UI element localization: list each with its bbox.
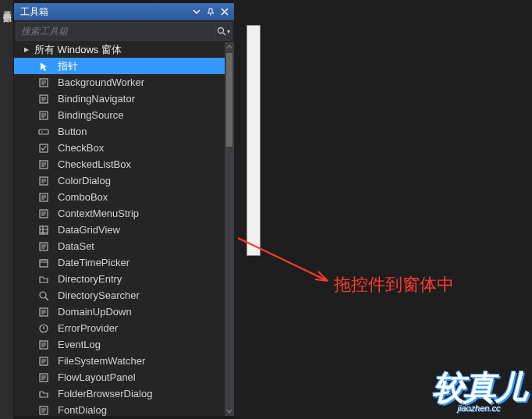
tool-item-fontdialog[interactable]: FontDialog: [14, 402, 225, 416]
tool-item-checkedlistbox[interactable]: CheckedListBox: [14, 156, 225, 172]
tool-item-bindingnavigator[interactable]: BindingNavigator: [14, 91, 225, 107]
gear-icon: [37, 76, 50, 89]
menu-icon: [37, 208, 50, 220]
flow-icon: [37, 371, 50, 384]
svg-rect-12: [40, 260, 48, 267]
folderopen-icon: [37, 388, 50, 400]
tool-item-bindingsource[interactable]: BindingSource: [14, 107, 225, 123]
updown-icon: [37, 306, 50, 318]
tool-item-colordialog[interactable]: ColorDialog: [14, 172, 225, 189]
palette-icon: [37, 175, 50, 187]
tool-label: BackgroundWorker: [58, 76, 144, 88]
watermark: 较真儿 jiaozhen.cc: [432, 366, 526, 413]
designer-surface[interactable]: 拖控件到窗体中 较真儿 jiaozhen.cc: [234, 0, 532, 419]
tool-label: 指针: [58, 59, 78, 73]
calendar-icon: [37, 257, 50, 269]
scroll-up-button[interactable]: [225, 42, 234, 51]
db-icon: [37, 109, 50, 122]
tool-label: DataSet: [58, 240, 94, 252]
tool-label: FlowLayoutPanel: [58, 371, 136, 383]
tool-label: FontDialog: [58, 404, 107, 416]
svg-rect-4: [39, 130, 48, 134]
tool-label: Button: [58, 126, 87, 137]
tool-item-combobox[interactable]: ComboBox: [14, 189, 225, 205]
tool-item-directoryentry[interactable]: DirectoryEntry: [14, 271, 225, 287]
tool-label: ComboBox: [58, 191, 108, 203]
tool-label: FolderBrowserDialog: [58, 388, 152, 399]
annotation-text: 拖控件到窗体中: [334, 273, 454, 296]
category-header[interactable]: 所有 Windows 窗体: [14, 42, 225, 58]
scroll-thumb[interactable]: [226, 53, 232, 147]
tool-item-directorysearcher[interactable]: DirectorySearcher: [14, 287, 225, 304]
search-button[interactable]: ▾: [215, 23, 232, 40]
dataset-icon: [37, 240, 50, 253]
tool-item-flowlayoutpanel[interactable]: FlowLayoutPanel: [14, 369, 225, 385]
tool-item-checkbox[interactable]: CheckBox: [14, 140, 225, 156]
tool-label: DomainUpDown: [58, 306, 132, 318]
docked-tab-strip[interactable]: 工具箱 数据源: [0, 0, 14, 419]
panel-title: 工具箱: [20, 5, 189, 19]
tool-item-datetimepicker[interactable]: DateTimePicker: [14, 254, 225, 271]
search-icon: [37, 289, 50, 302]
panel-header: 工具箱: [14, 3, 234, 20]
tool-item-指针[interactable]: 指针: [14, 58, 225, 74]
svg-point-0: [218, 28, 224, 34]
toolbox-tree: 所有 Windows 窗体指针BackgroundWorkerBindingNa…: [14, 42, 234, 416]
checklist-icon: [37, 158, 50, 171]
svg-point-13: [40, 292, 46, 298]
tool-label: ErrorProvider: [58, 322, 118, 334]
close-icon[interactable]: [218, 5, 231, 18]
tool-item-errorprovider[interactable]: ErrorProvider: [14, 320, 225, 336]
tool-label: BindingSource: [58, 109, 124, 121]
search-row: ▾: [16, 22, 232, 41]
tool-label: DirectorySearcher: [58, 289, 140, 301]
tool-label: ColorDialog: [58, 175, 111, 186]
expand-icon: [22, 45, 31, 55]
combo-icon: [37, 191, 50, 204]
scrollbar[interactable]: [225, 42, 234, 416]
tool-label: FileSystemWatcher: [58, 355, 145, 367]
eye-icon: [37, 355, 50, 368]
search-input[interactable]: [16, 26, 215, 37]
tool-item-backgroundworker[interactable]: BackgroundWorker: [14, 74, 225, 91]
nav-icon: [37, 93, 50, 105]
checkbox-icon: [37, 142, 50, 154]
tool-item-domainupdown[interactable]: DomainUpDown: [14, 304, 225, 320]
tool-item-button[interactable]: Button: [14, 123, 225, 140]
button-icon: [37, 126, 50, 138]
tool-item-dataset[interactable]: DataSet: [14, 238, 225, 254]
grid-icon: [37, 224, 50, 236]
category-label: 所有 Windows 窗体: [34, 43, 122, 57]
tool-item-eventlog[interactable]: EventLog: [14, 336, 225, 353]
dropdown-icon[interactable]: [190, 5, 203, 18]
tool-item-contextmenustrip[interactable]: ContextMenuStrip: [14, 205, 225, 222]
tool-label: CheckBox: [58, 142, 104, 154]
tool-label: DirectoryEntry: [58, 273, 122, 285]
tool-item-filesystemwatcher[interactable]: FileSystemWatcher: [14, 353, 225, 369]
tool-label: CheckedListBox: [58, 158, 131, 170]
toolbox-panel: 工具箱 ▾ 所有 Windows 窗体指针BackgroundWorkerBin…: [14, 3, 234, 416]
tool-label: DateTimePicker: [58, 257, 129, 268]
scroll-down-button[interactable]: [225, 407, 234, 416]
form-edge[interactable]: [246, 25, 261, 256]
tool-label: ContextMenuStrip: [58, 208, 139, 219]
tool-label: DataGridView: [58, 224, 120, 236]
tool-label: EventLog: [58, 339, 101, 350]
font-icon: [37, 404, 50, 417]
pin-icon[interactable]: [204, 5, 217, 18]
tool-item-datagridview[interactable]: DataGridView: [14, 222, 225, 238]
log-icon: [37, 339, 50, 351]
tool-item-folderbrowserdialog[interactable]: FolderBrowserDialog: [14, 385, 225, 402]
error-icon: [37, 322, 50, 335]
folder-icon: [37, 273, 50, 286]
pointer-icon: [37, 60, 50, 73]
tool-label: BindingNavigator: [58, 93, 135, 105]
